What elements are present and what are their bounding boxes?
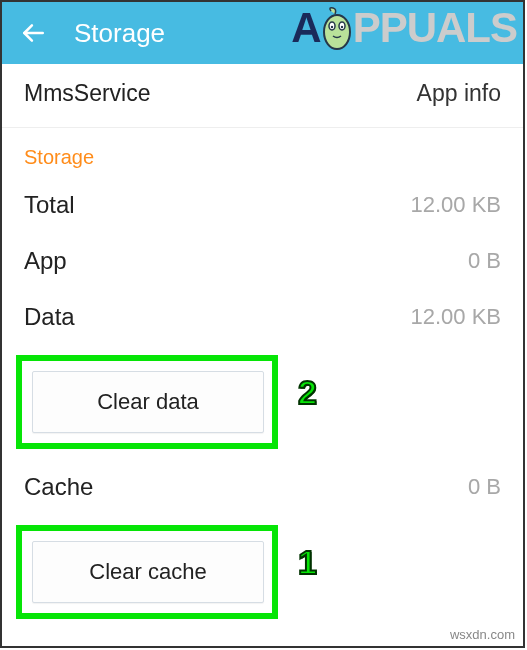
clear-cache-wrap: Clear cache 1 [2,515,523,629]
annotation-number-1: 1 [298,543,317,582]
stat-row-total: Total 12.00 KB [2,177,523,233]
clear-cache-button[interactable]: Clear cache [32,541,264,603]
section-title-storage: Storage [2,128,523,177]
mascot-icon [317,4,357,52]
stat-label-app: App [24,247,67,275]
svg-point-5 [340,26,342,28]
stat-value-data: 12.00 KB [410,304,501,330]
annotation-number-2: 2 [298,373,317,412]
site-watermark: wsxdn.com [450,627,515,642]
watermark-letters-rest: PPUALS [353,4,517,52]
watermark-logo: A PPUALS [291,4,517,52]
stat-value-total: 12.00 KB [410,192,501,218]
stat-row-data: Data 12.00 KB [2,289,523,345]
clear-data-button[interactable]: Clear data [32,371,264,433]
page-title: Storage [74,18,165,49]
stat-row-app: App 0 B [2,233,523,289]
highlight-clear-data: Clear data [16,355,278,449]
app-info-row: MmsService App info [2,64,523,128]
stat-row-cache: Cache 0 B [2,459,523,515]
stat-label-total: Total [24,191,75,219]
svg-point-1 [324,15,350,49]
stat-value-app: 0 B [468,248,501,274]
highlight-clear-cache: Clear cache [16,525,278,619]
app-info-label: App info [417,80,501,107]
svg-point-4 [330,26,332,28]
stat-label-cache: Cache [24,473,93,501]
clear-data-wrap: Clear data 2 [2,345,523,459]
stat-label-data: Data [24,303,75,331]
back-arrow-icon[interactable] [20,20,46,46]
app-name: MmsService [24,80,151,107]
stat-value-cache: 0 B [468,474,501,500]
